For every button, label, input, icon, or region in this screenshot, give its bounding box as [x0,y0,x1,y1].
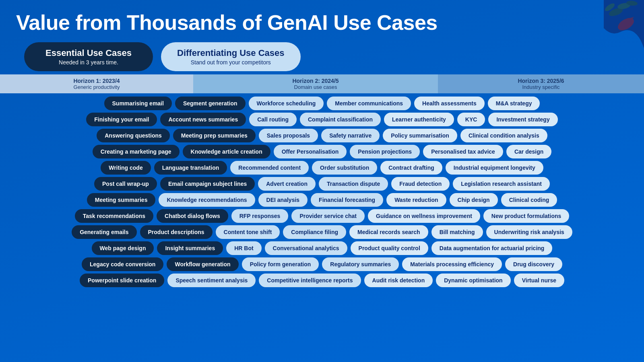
horizon-sub: Generic productivity [74,84,120,90]
tag-item: Financial forecasting [311,193,383,207]
tag-item: Generating emails [72,225,136,239]
horizon-label: Horizon 3: 2025/6 [518,78,564,84]
main-title: Value from Thousands of GenAI Use Cases [16,11,628,34]
tag-item: Underwriting risk analysis [486,225,572,239]
tag-item: Workforce scheduling [249,97,324,110]
tag-item: Offer Personalisation [274,145,347,158]
tag-item: Clinical coding [501,193,557,207]
tag-item: Competitive intelligence reports [259,274,361,287]
tag-item: Legislation research assistant [453,177,550,191]
tag-item: Sales proposals [259,129,318,142]
horizon-sub: Industry specific [522,84,559,90]
tag-item: Safety narrative [321,129,380,142]
page-header: Value from Thousands of GenAI Use Cases [0,0,644,34]
horizon-label: Horizon 1: 2023/4 [73,78,120,84]
tag-item: Call routing [249,113,297,126]
tag-item: Meeting prep summaries [173,129,256,142]
tag-item: M&A strategy [488,97,540,110]
tag-item: Fraud detection [391,177,450,191]
tags-row-10: Legacy code conversionWorkflow generatio… [10,257,634,271]
tag-item: Order substitution [312,161,377,175]
tag-item: Policy summarisation [383,129,457,142]
tag-item: Contract drafting [380,161,442,175]
tag-item: Virtual nurse [514,274,564,287]
tag-item: Learner authenticity [384,113,454,126]
tag-item: Data augmentation for actuarial pricing [431,241,553,255]
tags-row-4: Writing codeLanguage translationRecommen… [10,161,634,175]
tag-item: Policy form generation [242,257,319,271]
tag-item: Workflow generation [167,257,238,271]
tags-row-1: Finishing your emailAccount news summari… [10,113,634,126]
tag-item: Dynamic optimisation [436,274,510,287]
horizon-h3: Horizon 3: 2025/6 Industry specific [438,74,644,93]
horizon-label: Horizon 2: 2024/5 [292,78,339,84]
horizon-h1: Horizon 1: 2023/4 Generic productivity [0,74,193,93]
tag-item: Bill matching [431,225,483,239]
tag-item: Chip design [450,193,498,207]
tag-item: Car design [506,145,551,158]
tag-item: Knowledge recommendations [159,193,255,207]
tag-item: Email campaign subject lines [160,177,255,191]
tag-item: Drug discovery [505,257,562,271]
tag-item: Advert creation [258,177,316,191]
differentiating-subtitle: Stand out from your competitors [191,59,271,66]
tag-item: Personalised tax advice [423,145,503,158]
tag-item: DEI analysis [258,193,308,207]
tag-item: Product quality control [351,241,428,255]
tags-row-7: Task recommendationsChatbot dialog flows… [10,209,634,223]
tags-row-5: Post call wrap-upEmail campaign subject … [10,177,634,191]
tag-item: Compliance filing [283,225,346,239]
tags-row-11: Powerpoint slide creationSpeech sentimen… [10,274,634,287]
tag-item: New product formulations [483,209,569,223]
tags-row-9: Web page designInsight summariesHR BotCo… [10,241,634,255]
tag-item: Insight summaries [157,241,223,255]
tag-item: Medical records search [349,225,428,239]
tag-item: Segment generation [175,97,246,110]
tag-item: HR Bot [226,241,261,255]
tag-item: Knowledge article creation [183,145,270,158]
tag-item: Language translation [154,161,227,175]
tag-item: Transaction dispute [319,177,388,191]
tag-item: Product descriptions [140,225,213,239]
tag-item: Task recommendations [75,209,153,223]
essential-subtitle: Needed in 3 years time. [59,59,118,66]
differentiating-category: Differentiating Use Cases Stand out from… [161,42,301,71]
tag-item: Finishing your email [86,113,157,126]
essential-title: Essential Use Cases [45,48,132,58]
tag-item: Clinical condition analysis [460,129,547,142]
tags-row-2: Answering questionsMeeting prep summarie… [10,129,634,142]
tag-item: Investment strategy [488,113,557,126]
categories-row: Essential Use Cases Needed in 3 years ti… [0,42,644,71]
tag-item: Provider service chat [291,209,365,223]
horizon-sub: Domain use cases [294,84,337,90]
tag-item: Member communications [327,97,411,110]
tag-item: Waste reduction [386,193,446,207]
tag-item: Speech sentiment analysis [167,274,256,287]
tag-item: Web page design [92,241,154,255]
tag-item: KYC [457,113,485,126]
tag-item: Content tone shift [216,225,280,239]
tag-item: Recommended content [230,161,309,175]
tag-item: Powerpoint slide creation [80,274,164,287]
tag-item: RFP responses [231,209,289,223]
horizons-bar: Horizon 1: 2023/4 Generic productivity H… [0,74,644,93]
tag-item: Meeting summaries [87,193,156,207]
essential-category: Essential Use Cases Needed in 3 years ti… [24,42,153,71]
tags-row-3: Creating a marketing pageKnowledge artic… [10,145,634,158]
tag-item: Materials processing efficiency [402,257,502,271]
tag-item: Regulatory summaries [322,257,399,271]
tag-item: Creating a marketing page [93,145,180,158]
tag-item: Guidance on wellness improvement [368,209,480,223]
horizon-h2: Horizon 2: 2024/5 Domain use cases [193,74,438,93]
tag-item: Audit risk detection [364,274,433,287]
tags-row-8: Generating emailsProduct descriptionsCon… [10,225,634,239]
tag-item: Conversational analytics [265,241,347,255]
page: Value from Thousands of GenAI Use Cases … [0,0,644,362]
tag-item: Summarising email [104,97,172,110]
tag-item: Writing code [101,161,151,175]
tag-item: Chatbot dialog flows [157,209,228,223]
tags-row-6: Meeting summariesKnowledge recommendatio… [10,193,634,207]
tag-item: Complaint classification [300,113,381,126]
tag-item: Post call wrap-up [94,177,157,191]
tag-item: Pension projections [350,145,420,158]
